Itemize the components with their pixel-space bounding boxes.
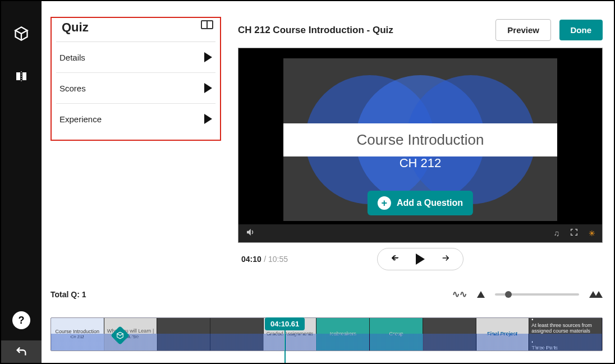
main-area: Quiz Details Scores Experience <box>42 1 614 363</box>
timeline-thumb <box>423 318 476 351</box>
video-control-right: ♫ ✳ <box>554 228 596 239</box>
timeline-thumb <box>157 318 210 351</box>
waveform-icon[interactable]: ∿∿ <box>452 289 467 300</box>
done-button[interactable]: Done <box>559 20 603 40</box>
add-question-button[interactable]: + Add a Question <box>368 191 473 215</box>
timeline-panel: Total Q: 1 ∿∿ 04:10.61 Course Introdu <box>42 284 614 363</box>
playback-controls <box>377 248 463 270</box>
playhead-line <box>284 330 286 364</box>
fullscreen-icon[interactable] <box>570 228 579 239</box>
editor-title: CH 212 Course Introduction - Quiz <box>238 25 393 36</box>
timeline-thumb: Final Project <box>476 318 530 351</box>
split-icon[interactable] <box>11 66 31 86</box>
cube-icon[interactable] <box>11 24 31 44</box>
accordion-scores[interactable]: Scores <box>56 73 215 104</box>
playhead[interactable]: 04:10.61 <box>265 317 305 364</box>
svg-rect-1 <box>22 72 26 80</box>
header-buttons: Preview Done <box>495 19 603 41</box>
help-glyph: ? <box>19 315 25 326</box>
timeline-thumb <box>210 318 264 351</box>
video-control-bar: ♫ ✳ <box>238 224 602 242</box>
sidebar-box: Quiz Details Scores Experience <box>51 17 221 141</box>
chevron-right-icon <box>204 52 212 62</box>
accordion-details[interactable]: Details <box>56 42 215 73</box>
playback-row: 04:10 / 10:55 <box>238 243 603 268</box>
prev-button[interactable] <box>390 253 400 265</box>
timeline-thumb: • At least three sources from assigned c… <box>529 318 602 351</box>
help-icon[interactable]: ? <box>12 311 30 329</box>
slide-title: Course Introduction <box>283 123 557 156</box>
slide-subtitle: CH 212 <box>283 156 557 171</box>
timeline-wrap: 04:10.61 Course IntroductionCH 212 What … <box>51 317 603 351</box>
collapse-panel-icon[interactable] <box>201 20 213 29</box>
settings-sidebar: Quiz Details Scores Experience <box>42 17 227 284</box>
app-root: ? Quiz Details Scores <box>1 1 614 363</box>
music-icon[interactable]: ♫ <box>554 229 560 238</box>
play-button[interactable] <box>416 254 425 265</box>
chevron-right-icon <box>204 114 212 124</box>
upper-area: Quiz Details Scores Experience <box>42 1 614 284</box>
time-display: 04:10 / 10:55 <box>241 254 288 264</box>
playhead-time: 04:10.61 <box>265 317 305 330</box>
editor-pane: CH 212 Course Introduction - Quiz Previe… <box>227 17 614 284</box>
zoom-out-icon[interactable] <box>477 291 485 298</box>
preview-button[interactable]: Preview <box>495 19 551 41</box>
accordion-label: Scores <box>59 84 86 93</box>
back-button[interactable] <box>1 340 42 363</box>
accordion-label: Details <box>59 53 85 62</box>
next-button[interactable] <box>440 253 451 265</box>
video-player: Course Introduction CH 212 + Add a Quest… <box>238 48 603 243</box>
time-current: 04:10 <box>241 255 261 264</box>
timeline-thumb: Icebreakers <box>316 318 370 351</box>
kaltura-logo-icon[interactable]: ✳ <box>589 229 595 238</box>
add-question-label: Add a Question <box>397 198 463 208</box>
sidebar-title: Quiz <box>62 20 89 35</box>
zoom-in-icon[interactable] <box>589 291 603 298</box>
sidebar-header: Quiz <box>56 20 215 42</box>
editor-header: CH 212 Course Introduction - Quiz Previe… <box>238 17 603 48</box>
total-questions-label: Total Q: 1 <box>51 290 86 299</box>
plus-icon: + <box>378 196 391 210</box>
accordion-label: Experience <box>59 114 102 124</box>
time-total: 10:55 <box>268 255 288 264</box>
timeline-header: Total Q: 1 ∿∿ <box>51 289 603 303</box>
svg-rect-0 <box>16 72 20 80</box>
timeline-thumb: Course IntroductionCH 212 <box>51 318 104 351</box>
left-toolbar: ? <box>1 1 42 363</box>
chevron-right-icon <box>204 83 212 93</box>
zoom-slider[interactable] <box>495 293 579 296</box>
volume-icon[interactable] <box>245 227 255 239</box>
timeline-strip[interactable]: Course IntroductionCH 212 What you will … <box>51 317 603 351</box>
timeline-tools: ∿∿ <box>452 289 603 300</box>
accordion-experience[interactable]: Experience <box>56 104 215 134</box>
timeline-thumb: Group <box>370 318 423 351</box>
